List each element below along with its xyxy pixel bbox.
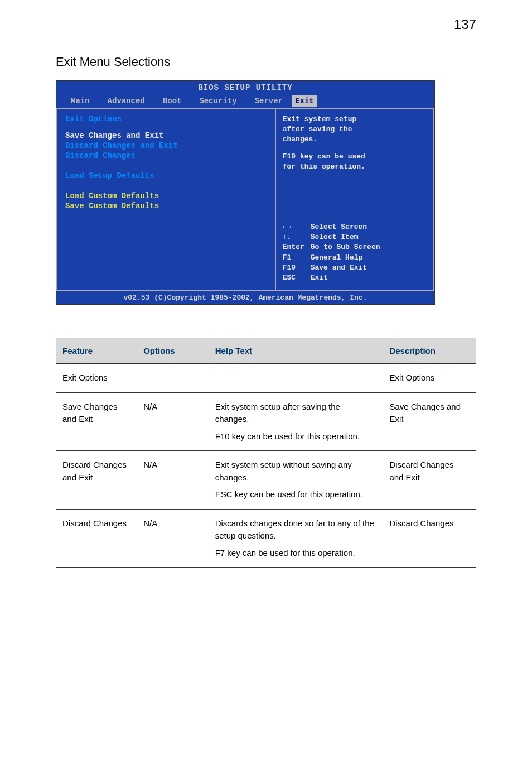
nav-label: Select Screen [311,222,367,232]
bios-menu-item[interactable]: Discard Changes and Exit [65,141,267,150]
table-cell: Exit system setup after saving the chang… [209,392,383,451]
table-cell: N/A [137,392,208,451]
table-cell: Discard Changes [56,509,137,568]
table-cell: Discards changes done so far to any of t… [209,509,383,568]
bios-left-panel: Exit Options Save Changes and ExitDiscar… [56,108,275,291]
bios-menu-item[interactable]: Save Custom Defaults [65,201,267,210]
help-line: for this operation. [283,162,427,172]
tab-boot[interactable]: Boot [154,95,191,107]
table-header-row: Feature Options Help Text Description [56,338,476,364]
nav-row: F10Save and Exit [283,263,427,273]
table-cell [209,364,383,393]
nav-key: F1 [283,253,311,263]
nav-row: ESCExit [283,273,427,283]
header-description: Description [383,338,476,364]
table-cell: Discard Changes and Exit [56,451,137,510]
bios-body: Exit Options Save Changes and ExitDiscar… [56,108,434,291]
bios-help-text: Exit system setup after saving the chang… [283,114,427,172]
nav-key: ESC [283,273,311,283]
table-row: Discard Changes and ExitN/AExit system s… [56,451,476,510]
nav-row: F1General Help [283,253,427,263]
table-row: Save Changes and ExitN/AExit system setu… [56,392,476,451]
bios-tabs: Main Advanced Boot Security Server Exit [56,94,434,108]
table-cell: Exit system setup without saving any cha… [209,451,383,510]
nav-label: Exit [311,273,328,283]
bios-menu-item[interactable]: Load Custom Defaults [65,191,267,200]
header-help: Help Text [209,338,383,364]
nav-key: ←→ [283,222,311,232]
table-cell: Exit Options [56,364,137,393]
page-number: 137 [56,17,476,32]
table-row: Discard ChangesN/ADiscards changes done … [56,509,476,568]
table-cell: Discard Changes and Exit [383,451,476,510]
bios-footer: v02.53 (C)Copyright 1985-2002, American … [56,291,434,304]
bios-menu-item[interactable]: Save Changes and Exit [65,131,267,140]
tab-advanced[interactable]: Advanced [99,95,154,107]
bios-screenshot: BIOS SETUP UTILITY Main Advanced Boot Se… [56,80,435,305]
nav-row: ↑↓Select Item [283,232,427,242]
nav-key: F10 [283,263,311,273]
table-row: Exit OptionsExit Options [56,364,476,393]
help-line: F10 key can be used [283,152,427,162]
table-cell: N/A [137,509,208,568]
help-line: changes. [283,134,427,145]
nav-key: Enter [283,242,311,252]
header-options: Options [137,338,208,364]
tab-exit[interactable]: Exit [292,95,317,107]
bios-title: BIOS SETUP UTILITY [56,81,434,94]
table-cell: Save Changes and Exit [56,392,137,451]
table-cell: N/A [137,451,208,510]
tab-server[interactable]: Server [246,95,292,107]
bios-menu-item[interactable]: Load Setup Defaults [65,171,267,180]
nav-label: Save and Exit [311,263,367,273]
header-feature: Feature [56,338,137,364]
exit-options-heading: Exit Options [65,114,267,123]
nav-label: Select Item [311,232,359,242]
table-cell [137,364,208,393]
tab-main[interactable]: Main [62,95,99,107]
table-cell: Discard Changes [383,509,476,568]
table-cell: Exit Options [383,364,476,393]
nav-row: ←→Select Screen [283,222,427,232]
bios-menu-item[interactable]: Discard Changes [65,151,267,160]
tab-security[interactable]: Security [190,95,245,107]
table-cell: Save Changes and Exit [383,392,476,451]
section-title: Exit Menu Selections [56,55,476,69]
nav-label: General Help [311,253,363,263]
nav-key: ↑↓ [283,232,311,242]
nav-label: Go to Sub Screen [311,242,380,252]
feature-table: Feature Options Help Text Description Ex… [56,338,476,568]
bios-menu-item [65,181,267,190]
nav-row: EnterGo to Sub Screen [283,242,427,252]
help-line: after saving the [283,124,427,134]
help-line: Exit system setup [283,114,427,124]
bios-nav-help: ←→Select Screen↑↓Select ItemEnterGo to S… [283,222,427,283]
bios-right-panel: Exit system setup after saving the chang… [275,108,434,291]
bios-menu-item [65,161,267,170]
